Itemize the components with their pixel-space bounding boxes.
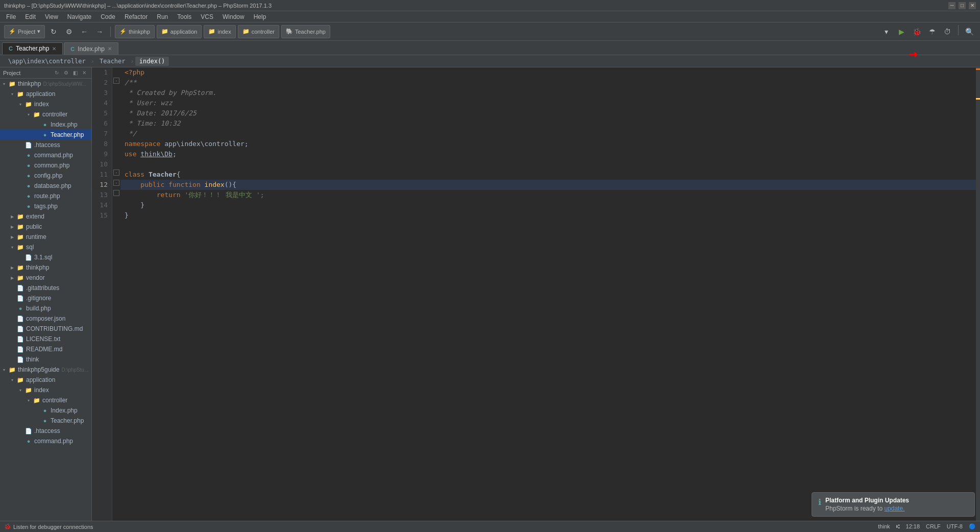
tree-route-php[interactable]: ▾ ● route.php bbox=[0, 191, 91, 201]
minimize-button[interactable]: ─ bbox=[948, 2, 955, 9]
status-encoding[interactable]: UTF-8 bbox=[947, 523, 963, 530]
settings-button[interactable]: ⚙ bbox=[62, 25, 76, 38]
sync-button[interactable]: ↻ bbox=[47, 25, 60, 38]
menu-help[interactable]: Help bbox=[250, 12, 271, 21]
sidebar-settings-btn[interactable]: ⚙ bbox=[62, 69, 70, 77]
menu-view[interactable]: View bbox=[41, 12, 62, 21]
tree-vendor[interactable]: ▶ 📁 vendor bbox=[0, 273, 91, 283]
line-1: 1 bbox=[92, 67, 108, 78]
tree-composer-json[interactable]: ▾ 📄 composer.json bbox=[0, 313, 91, 324]
tree-controller[interactable]: ▾ 📁 controller bbox=[0, 109, 91, 119]
tree-gitattributes[interactable]: ▾ 📄 .gitattributes bbox=[0, 283, 91, 293]
breadcrumb-teacher[interactable]: 🐘 Teacher.php bbox=[281, 25, 330, 38]
nav-back-button[interactable]: ← bbox=[78, 25, 91, 38]
tree-application2[interactable]: ▾ 📁 application bbox=[0, 375, 91, 385]
tree-thinkphp5guide-root[interactable]: ▾ 📁 thinkphp5guide D:\phpStu... bbox=[0, 365, 91, 375]
tree-teacher-php2[interactable]: ▾ ● Teacher.php bbox=[0, 416, 91, 426]
close-button[interactable]: ✕ bbox=[969, 2, 976, 9]
tree-thinkphp-root[interactable]: ▾ 📁 thinkphp D:\phpStudy\WW... bbox=[0, 79, 91, 89]
index-tab-close[interactable]: ✕ bbox=[108, 46, 112, 52]
tree-tags-php[interactable]: ▾ ● tags.php bbox=[0, 201, 91, 211]
tree-public[interactable]: ▶ 📁 public bbox=[0, 222, 91, 232]
code-line-3: * Created by PhpStorm. bbox=[120, 88, 976, 98]
tree-index2[interactable]: ▾ 📁 index bbox=[0, 385, 91, 395]
run-config-dropdown[interactable]: ▾ bbox=[879, 25, 893, 38]
fold-12[interactable]: - bbox=[113, 180, 119, 186]
tree-controller2[interactable]: ▾ 📁 controller bbox=[0, 395, 91, 405]
sidebar-sync-btn[interactable]: ↻ bbox=[53, 69, 61, 77]
folder-index2-icon: 📁 bbox=[24, 386, 33, 394]
maximize-button[interactable]: □ bbox=[959, 2, 966, 9]
sidebar-close-btn[interactable]: ✕ bbox=[80, 69, 88, 77]
menu-vcs[interactable]: VCS bbox=[197, 12, 217, 21]
project-dropdown[interactable]: ⚡ Project ▾ bbox=[4, 25, 45, 38]
php-config-icon: ● bbox=[24, 172, 33, 180]
gitignore-icon: 📄 bbox=[16, 294, 24, 302]
fold-2[interactable]: - bbox=[113, 78, 119, 84]
tree-gitignore[interactable]: ▾ 📄 .gitignore bbox=[0, 293, 91, 303]
folder-application-icon: 📁 bbox=[16, 90, 24, 98]
breadcrumb-application[interactable]: 📁 application bbox=[157, 25, 202, 38]
tree-sql[interactable]: ▾ 📁 sql bbox=[0, 242, 91, 252]
nav-forward-button[interactable]: → bbox=[93, 25, 106, 38]
tree-index-php[interactable]: ▾ ● Index.php bbox=[0, 119, 91, 130]
menu-code[interactable]: Code bbox=[96, 12, 119, 21]
tab-teacher[interactable]: C Teacher.php ✕ bbox=[2, 42, 63, 55]
fold-11[interactable]: - bbox=[113, 170, 119, 176]
tree-think-file[interactable]: ▾ 📄 think bbox=[0, 354, 91, 365]
tree-3-1-sql[interactable]: ▾ 📄 3.1.sql bbox=[0, 252, 91, 262]
tree-application[interactable]: ▾ 📁 application bbox=[0, 89, 91, 99]
menu-refactor[interactable]: Refactor bbox=[120, 12, 152, 21]
tree-config-php[interactable]: ▾ ● config.php bbox=[0, 171, 91, 181]
menu-run[interactable]: Run bbox=[153, 12, 172, 21]
line-7: 7 bbox=[92, 129, 108, 139]
coverage-button[interactable]: ☂ bbox=[925, 25, 939, 38]
notification-link[interactable]: update. bbox=[884, 505, 904, 512]
tree-contributing-md[interactable]: ▾ 📄 CONTRIBUTING.md bbox=[0, 324, 91, 334]
tree-htaccess2[interactable]: ▾ 📄 .htaccess bbox=[0, 426, 91, 436]
menu-navigate[interactable]: Navigate bbox=[63, 12, 95, 21]
tree-readme-md[interactable]: ▾ 📄 README.md bbox=[0, 344, 91, 354]
menu-tools[interactable]: Tools bbox=[173, 12, 195, 21]
breadcrumb-controller[interactable]: 📁 controller bbox=[238, 25, 279, 38]
profile-button[interactable]: ⏱ bbox=[941, 25, 954, 38]
tree-database-php[interactable]: ▾ ● database.php bbox=[0, 181, 91, 191]
sidebar-collapse-btn[interactable]: ◧ bbox=[71, 69, 79, 77]
status-crlf[interactable]: CRLF bbox=[926, 523, 941, 530]
breadcrumb: \app\index\controller › Teacher › index(… bbox=[0, 55, 980, 67]
tree-runtime[interactable]: ▶ 📁 runtime bbox=[0, 232, 91, 242]
code-editor[interactable]: <?php /** * Created by PhpStorm. * User:… bbox=[120, 67, 976, 521]
bc-index-func[interactable]: index() bbox=[135, 57, 169, 66]
tab-index[interactable]: C Index.php ✕ bbox=[64, 42, 118, 55]
folder-index-icon: 📁 bbox=[24, 100, 33, 108]
tree-index-php2[interactable]: ▾ ● Index.php bbox=[0, 405, 91, 416]
search-everywhere-button[interactable]: 🔍 bbox=[963, 25, 976, 38]
php-index2-icon: ● bbox=[41, 406, 49, 415]
teacher-tab-close[interactable]: ✕ bbox=[52, 46, 56, 52]
menu-edit[interactable]: Edit bbox=[21, 12, 40, 21]
tree-license-txt[interactable]: ▾ 📄 LICENSE.txt bbox=[0, 334, 91, 344]
debug-button[interactable]: 🐞 bbox=[910, 25, 923, 38]
folder-application2-icon: 📁 bbox=[16, 376, 24, 384]
tree-thinkphp-dir[interactable]: ▶ 📁 thinkphp bbox=[0, 262, 91, 273]
menu-file[interactable]: File bbox=[2, 12, 20, 21]
tree-htaccess[interactable]: ▾ 📄 .htaccess bbox=[0, 140, 91, 150]
status-indent[interactable]: 🔵 bbox=[969, 523, 976, 530]
tree-command-php2[interactable]: ▾ ● command.php bbox=[0, 436, 91, 446]
breadcrumb-index[interactable]: 📁 index bbox=[204, 25, 235, 38]
tree-common-php[interactable]: ▾ ● common.php bbox=[0, 160, 91, 171]
license-icon: 📄 bbox=[16, 335, 24, 343]
tree-index[interactable]: ▾ 📁 index bbox=[0, 99, 91, 109]
bc-controller[interactable]: \app\index\controller bbox=[4, 57, 90, 66]
fold-13[interactable] bbox=[113, 190, 119, 196]
tree-extend[interactable]: ▶ 📁 extend bbox=[0, 211, 91, 222]
run-button[interactable]: ▶ bbox=[895, 25, 908, 38]
title-bar: thinkphp – [D:\phpStudy\WWW\thinkphp] – … bbox=[0, 0, 980, 11]
menu-window[interactable]: Window bbox=[218, 12, 249, 21]
tree-command-php[interactable]: ▾ ● command.php bbox=[0, 150, 91, 160]
bc-teacher[interactable]: Teacher bbox=[95, 57, 130, 66]
folder-thinkphp5guide-icon: 📁 bbox=[8, 366, 16, 374]
breadcrumb-thinkphp[interactable]: ⚡ thinkphp bbox=[115, 25, 155, 38]
tree-build-php[interactable]: ▾ ● build.php bbox=[0, 303, 91, 313]
tree-teacher-php[interactable]: ▾ ● Teacher.php bbox=[0, 130, 91, 140]
